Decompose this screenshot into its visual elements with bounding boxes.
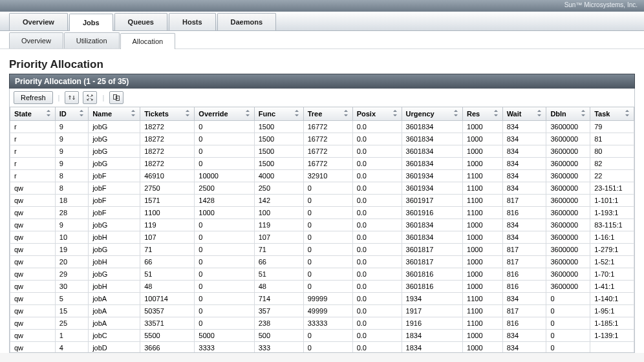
cell-posix: 0.0 (352, 244, 402, 256)
cell-state: qw (10, 305, 56, 317)
table-row[interactable]: qw29jobG5105100.03601816100081636000001-… (10, 268, 634, 281)
cell-urgency: 1916 (402, 317, 462, 330)
tab-queues[interactable]: Queues (114, 13, 167, 30)
cell-wait: 834 (502, 330, 546, 342)
column-header-id[interactable]: ID (55, 107, 88, 121)
cell-res: 1000 (463, 231, 503, 244)
table-row[interactable]: qw10jobH107010700.0360183410008343600000… (10, 231, 634, 244)
cell-posix: 0.0 (352, 121, 402, 133)
table-row[interactable]: r9jobG1827201500167720.03601834100083436… (10, 145, 634, 158)
cell-tickets: 2750 (140, 182, 195, 195)
cell-wait: 817 (502, 256, 546, 268)
sort-icon (537, 110, 542, 118)
cell-res: 1000 (463, 121, 503, 133)
table-row[interactable]: qw8jobF2750250025000.0360193411008343600… (10, 182, 634, 195)
table-row[interactable]: r9jobG1827201500167720.03601834100083436… (10, 133, 634, 145)
table-row[interactable]: qw19jobG7107100.03601817100081736000001-… (10, 244, 634, 256)
cell-urgency: 3601816 (402, 268, 462, 281)
column-header-wait[interactable]: Wait (502, 107, 546, 121)
cell-override: 0 (195, 219, 254, 231)
table-row[interactable]: qw1jobC5500500050000.01834100083401-139:… (10, 330, 634, 342)
expand-icon-button[interactable] (83, 91, 97, 104)
column-header-name[interactable]: Name (89, 107, 140, 121)
table-row[interactable]: qw5jobA1007140714999990.01934110083401-1… (10, 293, 634, 305)
cell-tree: 0 (303, 330, 352, 342)
column-header-posix[interactable]: Posix (352, 107, 402, 121)
subtab-overview[interactable]: Overview (9, 32, 63, 48)
cell-name: jobD (89, 342, 140, 354)
sort-icon (46, 110, 51, 118)
cell-task: 79 (590, 121, 634, 133)
cell-func: 1500 (254, 145, 303, 158)
cell-id: 30 (55, 281, 88, 293)
table-row[interactable]: qw28jobF1100100010000.036019161100816360… (10, 207, 634, 219)
cell-res: 1000 (463, 219, 503, 231)
cell-res: 1100 (463, 195, 503, 207)
column-header-override[interactable]: Override (195, 107, 254, 121)
cell-id: 4 (55, 342, 88, 354)
tab-daemons[interactable]: Daemons (217, 13, 277, 30)
table-row[interactable]: qw4jobD3666333333300.0183410008340 (10, 342, 634, 354)
tab-hosts[interactable]: Hosts (169, 13, 216, 30)
cell-name: jobF (89, 195, 140, 207)
tab-overview[interactable]: Overview (9, 13, 68, 30)
cell-override: 0 (195, 317, 254, 330)
table-row[interactable]: qw20jobH6606600.03601817100081736000001-… (10, 256, 634, 268)
cell-wait: 834 (502, 219, 546, 231)
sort-icon (131, 110, 136, 118)
column-header-tree[interactable]: Tree (303, 107, 352, 121)
cell-task: 83-115:1 (590, 219, 634, 231)
table-body: r9jobG1827201500167720.03601834100083436… (10, 121, 634, 354)
column-header-func[interactable]: Func (254, 107, 303, 121)
column-header-dbln[interactable]: Dbln (546, 107, 590, 121)
cell-override: 0 (195, 305, 254, 317)
subtab-allocation[interactable]: Allocation (120, 33, 176, 49)
table-row[interactable]: r9jobG1827201500167720.03601834100083436… (10, 121, 634, 133)
table-row[interactable]: qw18jobF1571142814200.036019171100817360… (10, 195, 634, 207)
table-row[interactable]: qw25jobA335710238333330.01916110081601-1… (10, 317, 634, 330)
cell-func: 1500 (254, 121, 303, 133)
cell-id: 9 (55, 158, 88, 170)
cell-state: qw (10, 244, 56, 256)
cell-res: 1000 (463, 330, 503, 342)
cell-urgency: 3601817 (402, 244, 462, 256)
cell-task: 1-101:1 (590, 195, 634, 207)
sort-icon-button[interactable] (65, 91, 79, 104)
cell-tickets: 18272 (140, 145, 195, 158)
cell-posix: 0.0 (352, 281, 402, 293)
sort-icon (625, 110, 630, 118)
cell-name: jobH (89, 231, 140, 244)
column-header-task[interactable]: Task (590, 107, 634, 121)
table-row[interactable]: qw9jobG119011900.03601834100083436000008… (10, 219, 634, 231)
cell-posix: 0.0 (352, 293, 402, 305)
column-header-state[interactable]: State (10, 107, 56, 121)
subtab-utilization[interactable]: Utilization (64, 32, 120, 48)
cell-urgency: 3601934 (402, 182, 462, 195)
column-header-tickets[interactable]: Tickets (140, 107, 195, 121)
table-row[interactable]: qw30jobH4804800.03601816100081636000001-… (10, 281, 634, 293)
cell-state: qw (10, 182, 56, 195)
cell-urgency: 3601817 (402, 256, 462, 268)
cell-posix: 0.0 (352, 207, 402, 219)
table-row[interactable]: r9jobG1827201500167720.03601834100083436… (10, 158, 634, 170)
cell-dbln: 3600000 (546, 195, 590, 207)
cell-dbln: 3600000 (546, 207, 590, 219)
tab-jobs[interactable]: Jobs (69, 14, 113, 31)
column-header-res[interactable]: Res (463, 107, 503, 121)
cell-dbln: 3600000 (546, 158, 590, 170)
cell-posix: 0.0 (352, 342, 402, 354)
cell-urgency: 3601916 (402, 207, 462, 219)
table-row[interactable]: qw15jobA503570357499990.01917110081701-9… (10, 305, 634, 317)
cell-state: qw (10, 231, 56, 244)
cell-override: 1428 (195, 195, 254, 207)
toolbar-separator: | (101, 94, 105, 101)
cell-posix: 0.0 (352, 182, 402, 195)
table-row[interactable]: r8jobF46910100004000329100.0360193411008… (10, 170, 634, 182)
cell-posix: 0.0 (352, 305, 402, 317)
copy-icon-button[interactable] (109, 91, 123, 104)
column-header-urgency[interactable]: Urgency (402, 107, 462, 121)
cell-task: 1-95:1 (590, 305, 634, 317)
cell-res: 1000 (463, 268, 503, 281)
cell-res: 1000 (463, 133, 503, 145)
refresh-button[interactable]: Refresh (14, 91, 53, 104)
